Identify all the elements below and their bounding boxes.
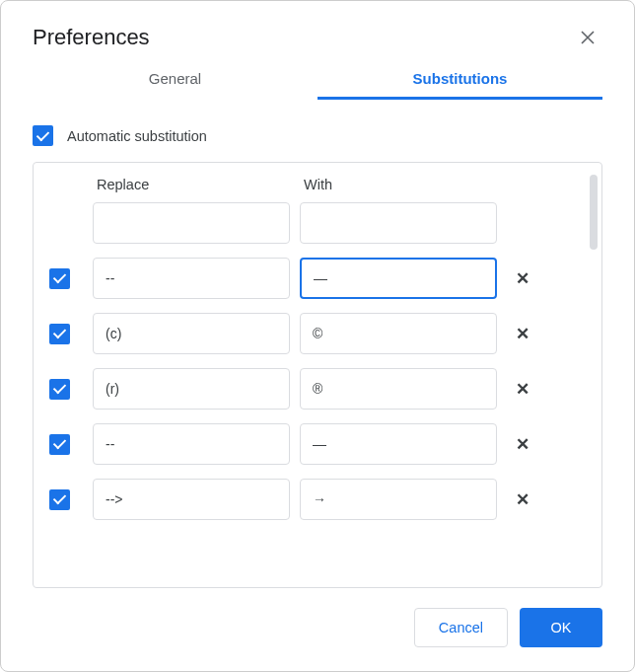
cancel-button[interactable]: Cancel [414,608,508,647]
with-input-new[interactable] [300,202,497,244]
autosub-checkbox[interactable] [33,125,53,146]
remove-icon: ✕ [516,379,529,400]
with-input[interactable] [300,258,497,299]
with-input[interactable] [300,479,497,520]
substitution-table: Replace With ✕ ✕ [33,162,602,588]
with-input[interactable] [300,423,497,465]
dialog-footer: Cancel OK [33,608,602,671]
table-row: ✕ [49,479,586,520]
dialog-header: Preferences [33,23,602,52]
table-row: ✕ [49,313,586,354]
with-input[interactable] [300,313,497,354]
autosub-row: Automatic substitution [33,125,602,146]
table-row-new [49,202,586,244]
remove-icon: ✕ [516,434,529,455]
replace-input-new[interactable] [93,202,290,244]
tab-substitutions[interactable]: Substitutions [318,70,602,100]
replace-input[interactable] [93,368,290,410]
col-with-header: With [300,177,497,192]
remove-row-button[interactable]: ✕ [511,487,534,511]
remove-row-button[interactable]: ✕ [511,377,534,401]
col-replace-header: Replace [93,177,290,192]
replace-input[interactable] [93,313,290,354]
replace-input[interactable] [93,479,290,520]
table-row: ✕ [49,258,586,299]
replace-input[interactable] [93,258,290,299]
tabs: General Substitutions [33,70,602,100]
preferences-dialog: Preferences General Substitutions Automa… [1,1,634,671]
remove-icon: ✕ [516,268,529,289]
remove-row-button[interactable]: ✕ [511,322,534,345]
close-button[interactable] [573,23,602,52]
table-row: ✕ [49,423,586,465]
remove-icon: ✕ [516,489,529,510]
remove-row-button[interactable]: ✕ [511,432,534,456]
replace-input[interactable] [93,423,290,465]
rows-container: ✕ ✕ ✕ [49,202,586,520]
dialog-title: Preferences [33,25,150,50]
autosub-label: Automatic substitution [67,128,207,144]
remove-row-button[interactable]: ✕ [511,266,534,290]
ok-button[interactable]: OK [520,608,602,647]
row-checkbox[interactable] [49,379,70,400]
row-checkbox[interactable] [49,324,70,344]
column-headers: Replace With [49,177,586,192]
scrollbar[interactable] [590,175,598,250]
close-icon [581,31,595,44]
row-checkbox[interactable] [49,489,70,510]
row-checkbox[interactable] [49,434,70,455]
remove-icon: ✕ [516,324,529,344]
table-row: ✕ [49,368,586,410]
tab-general[interactable]: General [33,70,318,100]
row-checkbox[interactable] [49,268,70,289]
with-input[interactable] [300,368,497,410]
